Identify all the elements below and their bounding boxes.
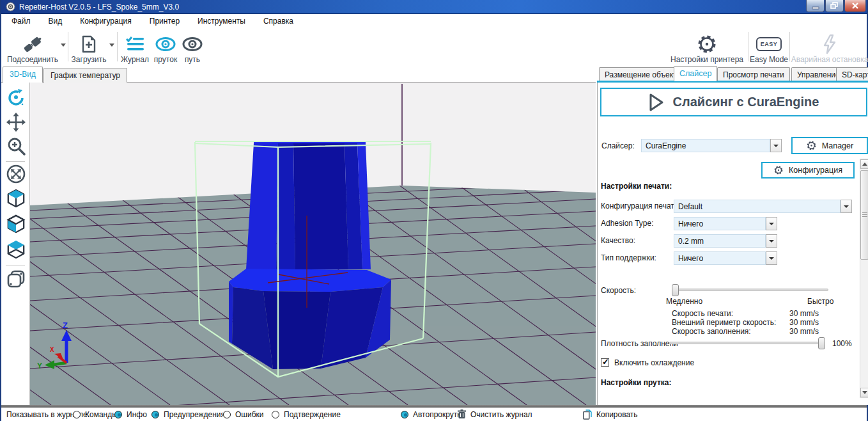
emergency-stop-label: Аварийная остановка — [791, 55, 868, 64]
scene-3d: Z Y X — [30, 83, 596, 405]
viewport-3d[interactable]: Z Y X — [30, 83, 596, 405]
emergency-stop-button[interactable]: Аварийная остановка — [792, 29, 867, 64]
menu-view[interactable]: Вид — [41, 15, 70, 28]
print-config-arrow[interactable] — [841, 200, 852, 213]
adhesion-type-select[interactable]: Ничего — [674, 217, 766, 230]
model-3d[interactable] — [229, 141, 391, 369]
app-logo-icon — [6, 2, 15, 12]
axis-x-label: X — [50, 346, 54, 353]
speed-slider-track[interactable] — [673, 289, 828, 291]
menu-file[interactable]: Файл — [4, 15, 38, 28]
tab-slicer[interactable]: Слайсер — [674, 66, 717, 81]
top-view-icon[interactable] — [6, 240, 26, 259]
toolbar-separator — [789, 32, 790, 61]
quality-select[interactable]: 0.2 mm — [674, 234, 766, 248]
toggle-log-button[interactable]: Журнал — [120, 29, 150, 64]
easy-mode-icon: EASY — [756, 33, 782, 55]
print-config-select[interactable]: Default — [674, 200, 841, 213]
toggle-acknowledge[interactable]: Подтверждение — [272, 410, 341, 419]
menu-help[interactable]: Справка — [256, 15, 301, 28]
infill-speed-value: 30 mm/s — [789, 327, 819, 336]
toggle-info[interactable]: Инфо — [114, 410, 147, 419]
print-speed-value: 30 mm/s — [789, 309, 819, 318]
panel-scrollbar[interactable] — [860, 159, 868, 398]
connect-label: Подсоединить — [7, 55, 58, 64]
infill-slider-track[interactable] — [669, 342, 825, 344]
easy-mode-label: Easy Mode — [750, 55, 788, 64]
infill-speed-label: Скорость заполнения: — [672, 327, 751, 336]
configuration-button[interactable]: Конфигурация — [761, 162, 855, 179]
support-type-select[interactable]: Ничего — [674, 251, 766, 265]
printer-settings-label: Настройки принтера — [670, 55, 743, 64]
infill-density-label: Плотность заполнени — [601, 339, 678, 348]
toggle-warnings[interactable]: Предупреждения — [151, 410, 225, 419]
log-checklist-icon — [125, 33, 145, 55]
print-speed-label: Скорость печати: — [672, 309, 733, 318]
configuration-label: Конфигурация — [789, 166, 842, 175]
easy-mode-button[interactable]: EASY Easy Mode — [750, 29, 787, 64]
window-title: Repetier-Host V2.0.5 - LFS_Spoke_5mm_V3.… — [19, 3, 179, 12]
zoom-icon[interactable] — [6, 137, 26, 156]
scrollbar-grip — [862, 212, 867, 218]
manager-label: Manager — [822, 141, 853, 150]
slicer-select-arrow[interactable] — [770, 139, 782, 152]
tab-temperature-graph[interactable]: График температур — [43, 68, 127, 83]
print-config-label: Конфигурация печати: — [601, 202, 681, 210]
slicer-select[interactable]: CuraEngine — [641, 139, 770, 152]
manager-button[interactable]: Manager — [791, 137, 868, 154]
scrollbar-down-arrow[interactable] — [860, 388, 868, 397]
fit-view-icon[interactable] — [6, 164, 26, 184]
toolbar-separator — [68, 32, 68, 61]
copy-log-button[interactable]: Копировать — [583, 409, 638, 420]
support-type-arrow[interactable] — [766, 251, 777, 265]
menu-config[interactable]: Конфигурация — [72, 15, 139, 28]
rotate-view-icon[interactable] — [6, 88, 26, 107]
tab-sd-card[interactable]: SD-карта — [836, 67, 868, 81]
connect-button[interactable]: Подсоединить — [5, 29, 60, 64]
minimize-button[interactable] — [806, 0, 825, 12]
show-travel-button[interactable]: путь — [181, 29, 204, 64]
quality-arrow[interactable] — [766, 234, 777, 248]
adhesion-type-arrow[interactable] — [766, 217, 777, 230]
load-button[interactable]: Загрузить — [70, 29, 107, 64]
travel-label: путь — [185, 55, 200, 64]
group-objects-icon[interactable] — [6, 269, 26, 289]
isometric-view-icon[interactable] — [6, 189, 26, 208]
menu-tools[interactable]: Инструменты — [190, 15, 253, 28]
load-label: Загрузить — [72, 55, 107, 64]
infill-slider-thumb[interactable] — [818, 337, 825, 349]
slice-button-label: Слайсинг с CuraEngine — [673, 95, 819, 109]
show-filament-button[interactable]: пруток — [152, 29, 179, 64]
lightning-icon — [822, 33, 837, 55]
scrollbar-thumb[interactable] — [860, 170, 868, 260]
tab-print-preview[interactable]: Просмотр печати — [717, 67, 790, 81]
load-file-icon — [81, 33, 97, 55]
toolstrip-separator — [6, 161, 25, 162]
main-toolbar: Подсоединить Загрузить — [1, 28, 867, 66]
load-dropdown-arrow[interactable] — [109, 44, 114, 47]
log-bar: Показывать в журнале: Команды Инфо Преду… — [1, 408, 867, 421]
move-view-icon[interactable] — [6, 113, 26, 132]
clear-log-button[interactable]: Очистить журнал — [458, 409, 532, 419]
toggle-errors[interactable]: Ошибки — [223, 410, 264, 419]
slicer-panel: Слайсинг с CuraEngine Слайсер: CuraEngin… — [597, 83, 868, 405]
scrollbar-up-arrow[interactable] — [860, 159, 868, 169]
connect-dropdown-arrow[interactable] — [61, 44, 66, 47]
slicer-select-label: Слайсер: — [601, 141, 635, 150]
infill-density-value: 100% — [832, 339, 852, 348]
tab-3d-view[interactable]: 3D-Вид — [3, 67, 43, 83]
close-button[interactable] — [844, 0, 866, 12]
speed-slider-thumb[interactable] — [672, 284, 679, 296]
toggle-autoscroll[interactable]: Автопрокрутка — [401, 410, 465, 419]
filament-settings-heading: Настройки прутка: — [601, 378, 671, 387]
radio-indicator — [151, 411, 159, 418]
travel-eye-icon — [182, 33, 203, 55]
restore-button[interactable] — [825, 0, 844, 12]
cooling-checkbox[interactable] — [601, 358, 609, 367]
toggle-commands[interactable]: Команды — [73, 410, 118, 419]
slice-button[interactable]: Слайсинг с CuraEngine — [600, 88, 867, 116]
front-view-icon[interactable] — [6, 214, 26, 234]
menu-printer[interactable]: Принтер — [142, 15, 187, 28]
outer-perimeter-speed-value: 30 mm/s — [789, 318, 819, 327]
printer-settings-button[interactable]: Настройки принтера — [667, 29, 747, 64]
